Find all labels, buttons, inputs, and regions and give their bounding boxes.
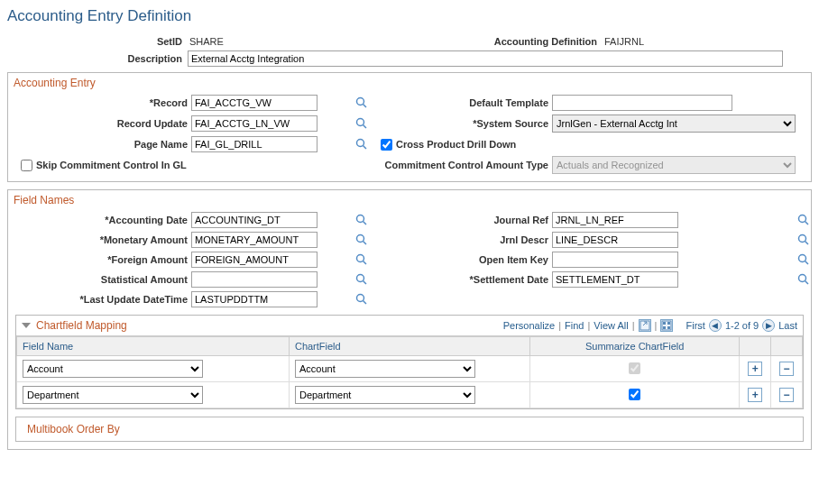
cc-amount-type-select: Actuals and Recognized [552, 156, 796, 174]
svg-line-3 [363, 125, 367, 129]
foreign-amt-label: *Foreign Amount [15, 254, 191, 265]
foreign-amt-lookup-icon[interactable] [355, 253, 368, 266]
acct-def-label: Accounting Definition [440, 36, 603, 47]
open-item-label: Open Item Key [381, 254, 552, 265]
settle-date-input[interactable] [552, 271, 678, 288]
svg-point-6 [357, 215, 364, 223]
svg-line-13 [805, 242, 809, 245]
svg-point-16 [799, 255, 806, 262]
open-item-input[interactable] [552, 252, 678, 268]
stat-amt-lookup-icon[interactable] [355, 273, 368, 286]
multibook-section: Multibook Order By [15, 417, 804, 442]
svg-point-22 [357, 295, 364, 302]
skip-cc-label: Skip Commitment Control In GL [36, 160, 187, 170]
find-link[interactable]: Find [565, 320, 584, 331]
record-input[interactable] [191, 95, 317, 111]
system-source-label: *System Source [381, 118, 552, 129]
accounting-entry-group: Accounting Entry *Record Default Templat… [7, 72, 812, 182]
open-item-lookup-icon[interactable] [797, 253, 810, 266]
record-update-lookup-icon[interactable] [355, 117, 368, 130]
delete-row-button[interactable]: − [779, 362, 794, 376]
cross-product-checkbox[interactable] [381, 139, 392, 151]
svg-point-10 [357, 235, 364, 243]
svg-line-11 [363, 242, 367, 245]
svg-point-2 [357, 119, 364, 126]
last-upd-lookup-icon[interactable] [355, 293, 368, 306]
setid-label: SetID [7, 36, 188, 47]
add-row-button[interactable]: + [748, 388, 762, 402]
jrnl-descr-input[interactable] [552, 232, 678, 248]
svg-rect-29 [667, 326, 670, 329]
delete-row-button[interactable]: − [779, 388, 794, 402]
svg-point-12 [799, 235, 806, 243]
last-upd-label: *Last Update DateTime [15, 294, 191, 305]
journal-ref-input[interactable] [552, 212, 678, 228]
record-update-input[interactable] [191, 115, 317, 132]
svg-rect-27 [667, 322, 670, 325]
page-title: Accounting Entry Definition [7, 7, 812, 25]
view-all-link[interactable]: View All [594, 320, 628, 331]
description-input[interactable] [188, 50, 783, 67]
svg-point-8 [799, 215, 806, 223]
svg-point-20 [799, 275, 806, 282]
system-source-select[interactable]: JrnlGen - External Acctg Int [552, 115, 796, 133]
row-counter: 1-2 of 9 [725, 320, 759, 331]
page-name-label: Page Name [15, 139, 191, 150]
settle-date-lookup-icon[interactable] [797, 273, 810, 286]
monetary-amt-label: *Monetary Amount [15, 234, 191, 245]
download-icon[interactable] [660, 319, 673, 332]
record-label: *Record [15, 97, 191, 108]
last-label: Last [778, 320, 797, 331]
next-arrow-icon[interactable]: ▶ [762, 319, 775, 332]
journal-ref-lookup-icon[interactable] [797, 214, 810, 226]
summarize-checkbox[interactable] [629, 389, 640, 400]
last-upd-input[interactable] [191, 291, 317, 307]
monetary-amt-input[interactable] [191, 232, 317, 248]
personalize-link[interactable]: Personalize [503, 320, 555, 331]
svg-line-23 [363, 301, 367, 305]
svg-line-5 [363, 146, 367, 150]
accounting-entry-title: Accounting Entry [14, 77, 804, 89]
acct-date-lookup-icon[interactable] [355, 214, 368, 226]
fieldname-select[interactable]: Account [23, 360, 203, 378]
cross-product-label: Cross Product Drill Down [396, 139, 516, 150]
svg-point-4 [357, 140, 364, 147]
fieldname-select[interactable]: Department [23, 386, 203, 404]
svg-line-15 [363, 261, 367, 265]
collapse-icon[interactable] [22, 323, 31, 328]
zoom-icon[interactable] [639, 319, 651, 332]
table-row: AccountAccount+− [17, 356, 803, 382]
jrnl-descr-lookup-icon[interactable] [797, 234, 810, 246]
default-template-input[interactable] [552, 95, 732, 111]
chartfield-select[interactable]: Department [295, 386, 475, 404]
skip-cc-checkbox[interactable] [21, 160, 32, 171]
svg-line-17 [805, 261, 809, 265]
stat-amt-input[interactable] [191, 271, 317, 288]
settle-date-label: *Settlement Date [381, 274, 552, 285]
table-row: DepartmentDepartment+− [17, 382, 803, 408]
col-chartfield[interactable]: ChartField [289, 337, 529, 356]
setid-value: SHARE [188, 36, 440, 47]
svg-point-18 [357, 275, 364, 282]
svg-point-0 [357, 98, 364, 105]
page-name-input[interactable] [191, 136, 317, 152]
acct-date-label: *Accounting Date [15, 215, 191, 225]
record-lookup-icon[interactable] [355, 96, 368, 109]
page-name-lookup-icon[interactable] [355, 138, 368, 151]
field-names-group: Field Names *Accounting Date Journal Ref… [7, 189, 812, 450]
prev-arrow-icon[interactable]: ◀ [709, 319, 722, 332]
record-update-label: Record Update [15, 118, 191, 129]
col-summarize[interactable]: Summarize ChartField [530, 337, 740, 356]
acct-date-input[interactable] [191, 212, 317, 228]
chartfield-mapping-grid: Chartfield Mapping Personalize | Find | … [15, 315, 804, 409]
summarize-checkbox [629, 362, 640, 374]
monetary-amt-lookup-icon[interactable] [355, 234, 368, 246]
add-row-button[interactable]: + [748, 362, 762, 376]
col-fieldname[interactable]: Field Name [17, 337, 290, 356]
foreign-amt-input[interactable] [191, 252, 317, 268]
cc-amount-type-label: Commitment Control Amount Type [381, 160, 552, 170]
svg-line-7 [363, 222, 367, 225]
svg-line-19 [363, 281, 367, 285]
svg-line-1 [363, 105, 367, 108]
chartfield-select[interactable]: Account [295, 360, 475, 378]
